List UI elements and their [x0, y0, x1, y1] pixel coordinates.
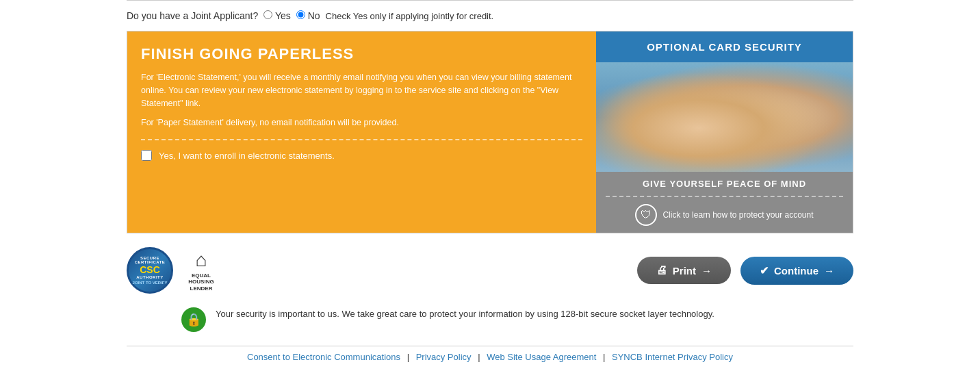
enroll-row: Yes, I want to enroll in electronic stat…: [141, 150, 582, 161]
separator-3: |: [603, 352, 608, 362]
couple-background: [596, 62, 853, 172]
paperless-paragraph1: For 'Electronic Statement,' you will rec…: [141, 71, 582, 110]
privacy-policy-link[interactable]: Privacy Policy: [416, 352, 472, 362]
joint-applicant-row: Do you have a Joint Applicant? Yes No Ch…: [0, 1, 980, 31]
equal-housing-text: EQUAL HOUSINGLENDER: [184, 272, 218, 292]
separator-2: |: [478, 352, 482, 362]
continue-arrow: →: [824, 265, 834, 277]
checkmark-icon: ✔: [760, 264, 769, 277]
enroll-checkbox[interactable]: [141, 150, 152, 161]
printer-icon: 🖨: [656, 264, 667, 277]
enroll-label[interactable]: Yes, I want to enroll in electronic stat…: [159, 151, 335, 161]
continue-button[interactable]: ✔ Continue →: [740, 257, 853, 285]
print-label: Print: [673, 265, 696, 277]
badges-area: SECURE CERTIFICATE CSC AUTHORITY JOINT T…: [127, 247, 218, 294]
peace-of-mind-text: GIVE YOURSELF PEACE OF MIND: [643, 179, 806, 189]
footer-links: Consent to Electronic Communications | P…: [127, 346, 853, 368]
card-security-panel: OPTIONAL CARD SECURITY GIVE YOURSELF PEA…: [596, 31, 853, 233]
card-security-footer: GIVE YOURSELF PEACE OF MIND 🛡 Click to l…: [596, 172, 853, 233]
usage-agreement-link[interactable]: Web Site Usage Agreement: [487, 352, 596, 362]
paperless-divider: [141, 139, 582, 140]
paperless-panel: FINISH GOING PAPERLESS For 'Electronic S…: [127, 31, 596, 233]
yes-radio[interactable]: [263, 10, 272, 19]
continue-label: Continue: [774, 265, 818, 277]
yes-label[interactable]: Yes: [263, 10, 290, 21]
joint-applicant-note: Check Yes only if applying jointly for c…: [326, 11, 494, 21]
consent-link[interactable]: Consent to Electronic Communications: [247, 352, 400, 362]
paperless-title: FINISH GOING PAPERLESS: [141, 45, 582, 63]
csc-badge: SECURE CERTIFICATE CSC AUTHORITY JOINT T…: [127, 247, 173, 294]
print-arrow: →: [701, 265, 712, 277]
no-label[interactable]: No: [296, 10, 320, 21]
separator-1: |: [407, 352, 412, 362]
badges-and-buttons-row: SECURE CERTIFICATE CSC AUTHORITY JOINT T…: [127, 247, 853, 294]
bottom-section: SECURE CERTIFICATE CSC AUTHORITY JOINT T…: [0, 233, 980, 371]
action-buttons: 🖨 Print → ✔ Continue →: [637, 257, 853, 285]
panels-container: FINISH GOING PAPERLESS For 'Electronic S…: [127, 31, 853, 233]
shield-icon: 🛡: [635, 204, 657, 226]
security-notice: 🔒 Your security is important to us. We t…: [127, 307, 853, 332]
csc-text: CSC: [140, 264, 160, 275]
security-text: Your security is important to us. We tak…: [216, 307, 714, 321]
card-security-header: OPTIONAL CARD SECURITY: [596, 31, 853, 62]
lock-icon: 🔒: [181, 307, 206, 332]
no-radio[interactable]: [296, 10, 305, 19]
click-learn-text: Click to learn how to protect your accou…: [662, 210, 813, 220]
syncb-privacy-link[interactable]: SYNCB Internet Privacy Policy: [612, 352, 733, 362]
paperless-paragraph2: For 'Paper Statement' delivery, no email…: [141, 116, 582, 129]
footer-dashed-divider: [606, 196, 843, 197]
equal-housing-badge: ⌂ EQUAL HOUSINGLENDER: [184, 250, 218, 291]
joint-applicant-question: Do you have a Joint Applicant?: [127, 10, 258, 21]
house-icon: ⌂: [196, 249, 207, 271]
print-button[interactable]: 🖨 Print →: [637, 257, 731, 284]
couple-image[interactable]: [596, 62, 853, 172]
learn-more-row[interactable]: 🛡 Click to learn how to protect your acc…: [635, 204, 813, 226]
